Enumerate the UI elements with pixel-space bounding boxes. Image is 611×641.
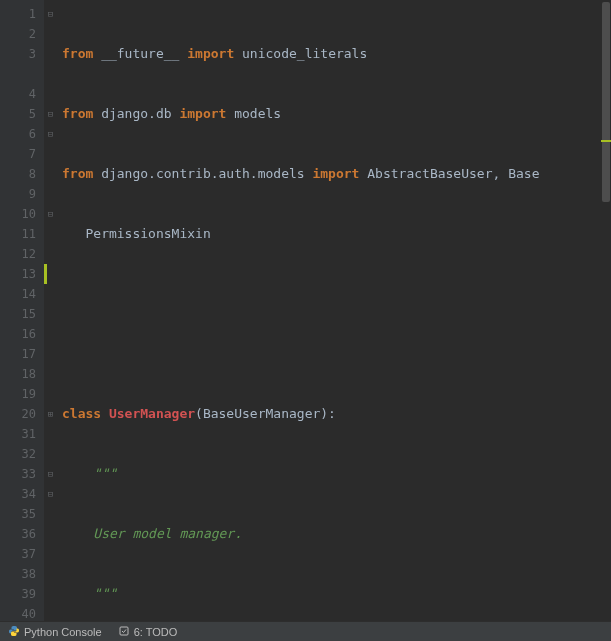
fold-toggle[interactable] [44,384,57,404]
line-number[interactable]: 6 [0,124,36,144]
line-number[interactable]: 7 [0,144,36,164]
svg-rect-0 [120,627,128,635]
fold-toggle[interactable] [44,44,57,64]
line-number[interactable]: 5 [0,104,36,124]
fold-toggle[interactable] [44,284,57,304]
line-number[interactable]: 4 [0,84,36,104]
line-number[interactable]: 17 [0,344,36,364]
line-number[interactable]: 19 [0,384,36,404]
fold-toggle[interactable]: ⊟ [44,104,57,124]
fold-toggle[interactable]: ⊟ [44,484,57,504]
fold-toggle[interactable] [44,444,57,464]
line-number[interactable]: 2 [0,24,36,44]
fold-toggle[interactable] [44,584,57,604]
line-number[interactable]: 18 [0,364,36,384]
line-number[interactable]: 36 [0,524,36,544]
code-line [62,344,611,364]
code-line: """ [62,464,611,484]
line-number[interactable]: 13 [0,264,36,284]
line-number-gutter[interactable]: 1234567891011121314151617181920313233343… [0,0,44,621]
fold-toggle[interactable] [44,304,57,324]
line-number[interactable]: 3 [0,44,36,64]
fold-toggle[interactable]: ⊞ [44,404,57,424]
line-number[interactable] [0,64,36,84]
fold-column[interactable]: ⊟⊟⊟⊟⊞⊟⊟ [44,0,58,621]
fold-toggle[interactable] [44,344,57,364]
line-number[interactable]: 12 [0,244,36,264]
python-console-label: Python Console [24,626,102,638]
line-number[interactable]: 16 [0,324,36,344]
fold-toggle[interactable]: ⊟ [44,204,57,224]
code-line [62,284,611,304]
line-number[interactable]: 38 [0,564,36,584]
status-bar: Python Console 6: TODO [0,621,611,641]
line-number[interactable]: 31 [0,424,36,444]
fold-toggle[interactable]: ⊟ [44,464,57,484]
todo-label: 6: TODO [134,626,178,638]
fold-toggle[interactable] [44,184,57,204]
fold-toggle[interactable] [44,224,57,244]
line-number[interactable]: 9 [0,184,36,204]
fold-toggle[interactable] [44,364,57,384]
line-number[interactable]: 33 [0,464,36,484]
code-line: """ [62,584,611,604]
code-line: class UserManager(BaseUserManager): [62,404,611,424]
fold-toggle[interactable]: ⊟ [44,4,57,24]
fold-toggle[interactable] [44,244,57,264]
todo-tab[interactable]: 6: TODO [110,622,186,641]
line-number[interactable]: 10 [0,204,36,224]
fold-toggle[interactable] [44,524,57,544]
python-icon [8,625,20,639]
line-number[interactable]: 20 [0,404,36,424]
line-number[interactable]: 1 [0,4,36,24]
line-number[interactable]: 34 [0,484,36,504]
scroll-thumb[interactable] [602,2,610,202]
todo-icon [118,625,130,639]
fold-toggle[interactable] [44,144,57,164]
fold-toggle[interactable] [44,544,57,564]
line-number[interactable]: 37 [0,544,36,564]
code-line: from __future__ import unicode_literals [62,44,611,64]
change-marker [44,264,47,284]
line-number[interactable]: 11 [0,224,36,244]
line-number[interactable]: 39 [0,584,36,604]
fold-toggle[interactable] [44,424,57,444]
code-line: from django.db import models [62,104,611,124]
fold-toggle[interactable] [44,504,57,524]
line-number[interactable]: 35 [0,504,36,524]
vertical-scrollbar[interactable] [601,0,611,621]
scroll-marker[interactable] [601,140,611,142]
fold-toggle[interactable] [44,24,57,44]
code-line: from django.contrib.auth.models import A… [62,164,611,184]
line-number[interactable]: 8 [0,164,36,184]
editor-area: 1234567891011121314151617181920313233343… [0,0,611,621]
fold-toggle[interactable] [44,84,57,104]
fold-toggle[interactable] [44,324,57,344]
code-editor[interactable]: from __future__ import unicode_literals … [58,0,611,621]
fold-toggle[interactable] [44,564,57,584]
fold-toggle[interactable] [44,164,57,184]
code-line: User model manager. [62,524,611,544]
code-line: PermissionsMixin [62,224,611,244]
fold-toggle[interactable] [44,64,57,84]
line-number[interactable]: 14 [0,284,36,304]
fold-toggle[interactable]: ⊟ [44,124,57,144]
line-number[interactable]: 32 [0,444,36,464]
line-number[interactable]: 15 [0,304,36,324]
python-console-tab[interactable]: Python Console [0,622,110,641]
